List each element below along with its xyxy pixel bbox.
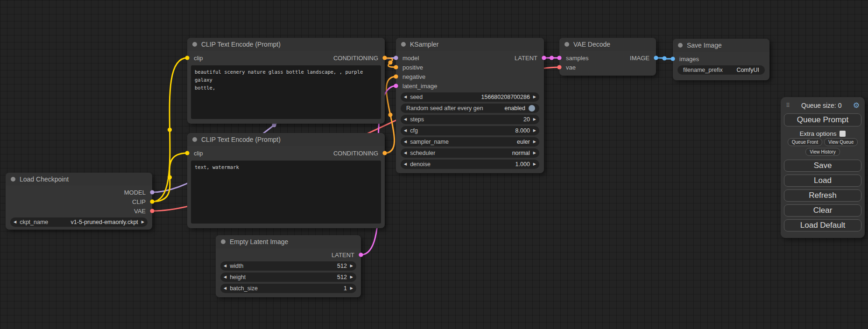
node-graph-canvas[interactable]: Load Checkpoint MODEL CLIP VAE ◀ ckpt_na…: [0, 0, 868, 329]
collapse-dot-icon[interactable]: [565, 42, 569, 47]
node-empty-latent-image[interactable]: Empty Latent Image LATENT ◀ width 512 ▶ …: [216, 235, 361, 297]
next-value-arrow-icon[interactable]: ▶: [533, 151, 536, 155]
decrement-arrow-icon[interactable]: ◀: [224, 287, 226, 290]
steps-widget[interactable]: ◀ steps 20 ▶: [401, 115, 539, 124]
seed-control-widget[interactable]: Random seed after every gen enabled: [401, 104, 539, 113]
prev-value-arrow-icon[interactable]: ◀: [404, 140, 407, 144]
decrement-arrow-icon[interactable]: ◀: [404, 95, 407, 99]
increment-arrow-icon[interactable]: ▶: [533, 95, 536, 99]
node-title: VAE Decode: [573, 41, 610, 48]
image-output-port[interactable]: [653, 55, 659, 61]
batch-size-widget[interactable]: ◀ batch_size 1 ▶: [220, 284, 356, 293]
extra-options-checkbox[interactable]: [840, 131, 846, 137]
model-output-port[interactable]: [149, 189, 155, 195]
output-label-latent: LATENT: [332, 252, 354, 259]
height-widget[interactable]: ◀ height 512 ▶: [220, 273, 356, 282]
decrement-arrow-icon[interactable]: ◀: [404, 162, 407, 166]
samples-input-port[interactable]: [557, 55, 562, 61]
conditioning-output-port[interactable]: [382, 55, 388, 61]
prev-value-arrow-icon[interactable]: ◀: [14, 220, 16, 224]
positive-input-port[interactable]: [393, 64, 399, 70]
node-title-bar[interactable]: VAE Decode: [559, 38, 656, 51]
prev-value-arrow-icon[interactable]: ◀: [404, 151, 407, 155]
drag-handle-icon[interactable]: ⠿: [786, 102, 790, 109]
ckpt-name-widget[interactable]: ◀ ckpt_name v1-5-pruned-emaonly.ckpt ▶: [10, 217, 148, 227]
latent-output-port[interactable]: [358, 252, 364, 258]
model-input-port[interactable]: [393, 55, 399, 61]
queue-prompt-button[interactable]: Queue Prompt: [784, 113, 861, 126]
next-value-arrow-icon[interactable]: ▶: [141, 220, 144, 224]
collapse-dot-icon[interactable]: [11, 177, 15, 182]
sampler-name-widget[interactable]: ◀ sampler_name euler ▶: [401, 137, 539, 147]
widget-label: scheduler: [410, 150, 435, 156]
decrement-arrow-icon[interactable]: ◀: [224, 275, 226, 279]
node-title-bar[interactable]: CLIP Text Encode (Prompt): [187, 38, 385, 51]
widget-label: ckpt_name: [20, 219, 48, 225]
clip-input-port[interactable]: [184, 150, 190, 156]
node-ksampler[interactable]: KSampler model LATENT positive negative …: [396, 38, 544, 173]
negative-prompt-textarea[interactable]: text, watermark: [191, 161, 381, 224]
clip-input-port[interactable]: [184, 55, 190, 61]
node-title-bar[interactable]: CLIP Text Encode (Prompt): [187, 133, 385, 146]
negative-input-port[interactable]: [393, 74, 399, 79]
increment-arrow-icon[interactable]: ▶: [533, 118, 536, 121]
vae-output-port[interactable]: [149, 208, 155, 214]
decrement-arrow-icon[interactable]: ◀: [404, 118, 407, 121]
collapse-dot-icon[interactable]: [192, 42, 197, 47]
width-widget[interactable]: ◀ width 512 ▶: [220, 261, 356, 271]
increment-arrow-icon[interactable]: ▶: [533, 162, 536, 166]
latent-port-dot: [359, 252, 363, 257]
clear-button[interactable]: Clear: [784, 204, 861, 217]
collapse-dot-icon[interactable]: [221, 239, 226, 244]
increment-arrow-icon[interactable]: ▶: [350, 264, 353, 268]
latent-output-port[interactable]: [541, 55, 547, 61]
node-clip-text-encode-positive[interactable]: CLIP Text Encode (Prompt) clip CONDITION…: [187, 38, 385, 124]
node-save-image[interactable]: Save Image images filename_prefix ComfyU…: [673, 39, 769, 80]
view-history-button[interactable]: View History: [805, 148, 840, 156]
seed-control-ball-icon[interactable]: [529, 105, 535, 112]
settings-gear-icon[interactable]: ⚙: [853, 101, 860, 110]
queue-front-button[interactable]: Queue Front: [788, 138, 822, 146]
images-input-port[interactable]: [670, 56, 676, 62]
conditioning-port-dot: [382, 151, 387, 155]
node-clip-text-encode-negative[interactable]: CLIP Text Encode (Prompt) clip CONDITION…: [187, 133, 385, 228]
output-label-latent: LATENT: [515, 55, 537, 62]
decrement-arrow-icon[interactable]: ◀: [404, 129, 407, 133]
node-title-bar[interactable]: Empty Latent Image: [216, 235, 361, 248]
input-label-clip: clip: [194, 150, 203, 157]
increment-arrow-icon[interactable]: ▶: [350, 275, 353, 279]
cfg-widget[interactable]: ◀ cfg 8.000 ▶: [401, 126, 539, 135]
conditioning-output-port[interactable]: [382, 150, 388, 156]
node-vae-decode[interactable]: VAE Decode samples IMAGE vae: [559, 38, 656, 76]
collapse-dot-icon[interactable]: [678, 43, 683, 48]
node-title-bar[interactable]: KSampler: [396, 38, 544, 51]
denoise-widget[interactable]: ◀ denoise 1.000 ▶: [401, 160, 539, 169]
load-default-button[interactable]: Load Default: [784, 219, 861, 231]
decrement-arrow-icon[interactable]: ◀: [224, 264, 226, 268]
widget-value: 156680208700286: [481, 94, 530, 100]
seed-widget[interactable]: ◀ seed 156680208700286 ▶: [401, 92, 539, 102]
view-queue-button[interactable]: View Queue: [824, 138, 858, 146]
load-button[interactable]: Load: [784, 175, 861, 187]
model-port-dot: [150, 190, 154, 194]
clip-output-port[interactable]: [149, 199, 155, 204]
collapse-dot-icon[interactable]: [192, 137, 197, 142]
node-title-bar[interactable]: Save Image: [673, 39, 769, 52]
next-value-arrow-icon[interactable]: ▶: [533, 140, 536, 144]
latent-image-input-port[interactable]: [393, 83, 399, 89]
filename-prefix-widget[interactable]: filename_prefix ComfyUI: [677, 65, 765, 75]
widget-value: 20: [523, 116, 530, 123]
increment-arrow-icon[interactable]: ▶: [350, 287, 353, 290]
vae-input-port[interactable]: [557, 64, 562, 70]
increment-arrow-icon[interactable]: ▶: [533, 129, 536, 133]
queue-menu-panel[interactable]: ⠿ Queue size: 0 ⚙ Queue Prompt Extra opt…: [781, 97, 865, 238]
collapse-dot-icon[interactable]: [401, 42, 406, 47]
node-title-bar[interactable]: Load Checkpoint: [6, 173, 152, 186]
scheduler-widget[interactable]: ◀ scheduler normal ▶: [401, 148, 539, 158]
positive-prompt-textarea[interactable]: beautiful scenery nature glass bottle la…: [191, 65, 381, 119]
save-button[interactable]: Save: [784, 160, 861, 172]
link-clip-to-positive: [152, 58, 187, 202]
slot-row: clip CONDITIONING: [187, 148, 385, 158]
refresh-button[interactable]: Refresh: [784, 189, 861, 202]
node-load-checkpoint[interactable]: Load Checkpoint MODEL CLIP VAE ◀ ckpt_na…: [6, 173, 152, 230]
